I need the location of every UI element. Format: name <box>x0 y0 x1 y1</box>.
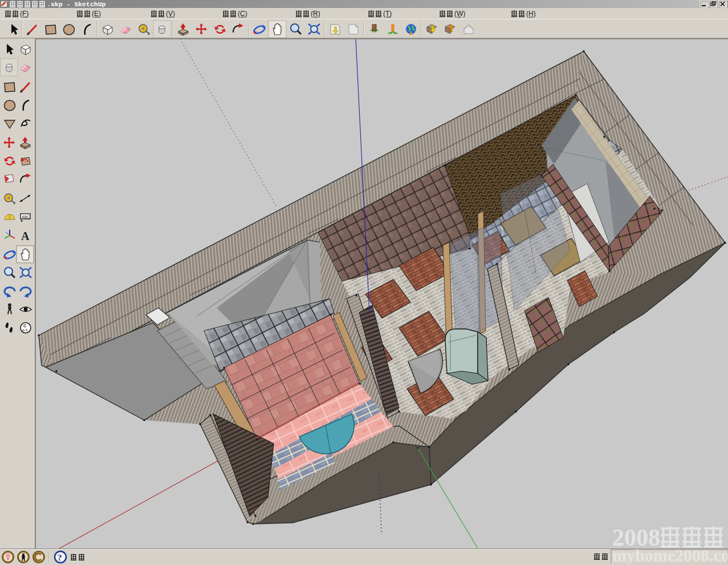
svg-text:(E): (E) <box>92 10 101 18</box>
svg-text:(V): (V) <box>166 10 175 18</box>
svg-text:(W): (W) <box>454 10 465 18</box>
svg-text:(R): (R) <box>311 10 320 18</box>
svg-text:?: ? <box>58 553 62 562</box>
svg-text:(H): (H) <box>526 10 536 18</box>
svg-text:myhome2008.com: myhome2008.com <box>612 546 728 564</box>
svg-text:(C): (C) <box>238 10 247 18</box>
svg-text:(T): (T) <box>383 10 392 18</box>
svg-text:.skp - SketchUp: .skp - SketchUp <box>47 1 106 8</box>
svg-text:(F): (F) <box>20 10 29 18</box>
